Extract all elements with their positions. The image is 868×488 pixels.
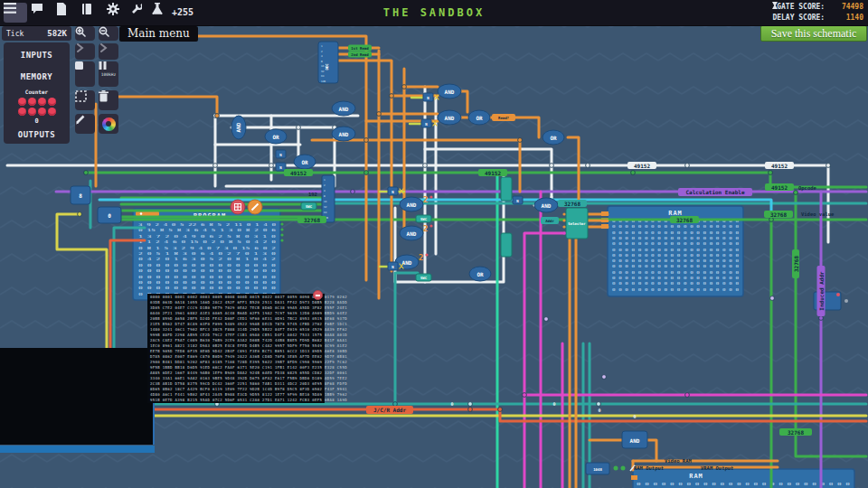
counter-dots[interactable] [17,97,57,117]
svg-text:OR: OR [476,115,483,121]
memory-heading: MEMORY [4,72,70,81]
delete-tool-button[interactable] [99,90,118,110]
register-0-box[interactable]: 0 [98,207,121,223]
main-menu-tooltip: Main menu [119,26,198,42]
color-picker-button[interactable] [99,114,118,134]
clock-frequency: 100kHz [101,72,116,77]
svg-text:64: 64 [324,211,327,214]
and-gate: AND [438,110,461,125]
save-schematic-button[interactable]: Save this schematic [760,25,867,42]
inputs-heading: INPUTS [4,51,70,60]
svg-text:128: 128 [321,80,326,83]
svg-text:AND: AND [235,122,241,132]
sandbox-app: PROGRAM 3 9 2 4 0 5 22 6 8 5 2 11 0 1 4 … [0,0,868,488]
svg-text:49152: 49152 [634,163,650,169]
svg-text:3 9 2 4 0 5 22 6 8 5 2 11 0 1: 3 9 2 4 0 5 22 6 8 5 2 11 0 1 4 0 [138,222,277,227]
select-tool-button[interactable] [75,90,95,110]
program-edit-button[interactable] [248,200,262,214]
video-value-label: Video value [801,211,835,217]
zoom-in-icon [75,26,86,37]
and-gate: AND [400,197,423,211]
memory-hex-dump: 0000 0001 0001 0002 0003 0005 0008 000D … [147,294,325,403]
hexdump-close-button[interactable] [313,290,323,300]
counter-8-box[interactable]: 8 [71,186,90,204]
display-screen [0,348,155,453]
zoom-out-button[interactable] [99,26,118,41]
svg-text:32768: 32768 [788,429,804,436]
svg-text:0 0 0 0 0 0 0 0 0 0 0 0 0 0 0: 0 0 0 0 0 0 0 0 0 0 0 0 0 0 0 0 0 0 0 0 [612,236,740,240]
counter-label: Counter [4,89,70,95]
svg-text:0 0 0 0 0 0 0 0 0 0 0 0 0 0 0: 0 0 0 0 0 0 0 0 0 0 0 0 0 0 0 0 0 0 0 0 … [637,482,851,486]
svg-text:Read?: Read? [498,116,510,120]
not-gate: N [513,196,523,204]
delay-score-label: DELAY SCORE: [772,14,825,22]
opcode-label: Opcode [798,185,817,192]
file-icon [56,3,67,15]
pause-button[interactable]: 100kHz [99,61,118,87]
tick-counter: Tick 582K [2,26,71,41]
color-wheel-icon [102,117,116,131]
and-gate: AND [438,84,461,99]
and-gate: AND [332,127,355,141]
outputs-heading: OUTPUTS [4,130,70,139]
and-gate: AND [534,198,558,212]
svg-text:0 0 0 0 0 0 0 0 0 0 0 0 0 0 0: 0 0 0 0 0 0 0 0 0 0 0 0 0 0 0 0 0 0 0 0 [612,224,740,229]
svg-text:1 3 7 2 0 4 9 0 6 2 5 8 0 3 1: 1 3 7 2 0 4 9 0 6 2 5 8 0 3 1 0 [138,234,277,239]
svg-text:AND: AND [445,115,455,121]
svg-text:1048: 1048 [593,467,602,472]
svg-text:0 0 0 0 0 0 0 0 0 0 0 0 0 0 0: 0 0 0 0 0 0 0 0 0 0 0 0 0 0 0 0 [138,280,277,285]
svg-text:OR: OR [476,271,484,277]
svg-text:2: 2 [419,253,423,262]
svg-text:16: 16 [321,64,325,68]
svg-text:0 0 0 0 0 0 0 0 0 0 0 0 0 0 0: 0 0 0 0 0 0 0 0 0 0 0 0 0 0 0 0 0 0 0 0 [612,230,740,235]
svg-text:0 0 0 0 0 0 0 0 0 0 0 0 0 0 0: 0 0 0 0 0 0 0 0 0 0 0 0 0 0 0 0 0 0 0 0 [612,287,740,292]
ram-pin [631,475,637,480]
draw-tool-button[interactable] [75,114,95,134]
fast-forward-button[interactable] [99,43,118,60]
selector-label: Selector [568,221,586,226]
svg-text:0 0 0 0 0 0 0 0 0 0 0 0 0 0 0: 0 0 0 0 0 0 0 0 0 0 0 0 0 0 0 0 0 0 0 0 [612,270,740,275]
program-save-button[interactable] [231,200,245,214]
svg-text:AND: AND [339,106,349,112]
svg-text:32768: 32768 [793,256,799,272]
svg-text:0 0 0 0 0 0 0 0 0 0 0 0 0 0 0: 0 0 0 0 0 0 0 0 0 0 0 0 0 0 0 0 0 0 0 0 [612,241,740,246]
and-gate: AND [332,101,355,116]
and-gate: AND [622,431,647,448]
program-panel[interactable]: PROGRAM 3 9 2 4 0 5 22 6 8 5 2 11 0 1 4 … [133,209,284,300]
svg-text:49152: 49152 [771,184,788,191]
byte-splitter[interactable]: 1248163264128 [322,175,335,222]
chat-icon [31,3,43,14]
dec-component[interactable]: DEC 1248163264128 [318,42,338,83]
svg-text:Calculation Enable: Calculation Enable [685,189,744,195]
step-button[interactable] [75,43,95,60]
svg-text:AND: AND [407,202,417,208]
io-panel[interactable]: INPUTS MEMORY Counter 0 OUTPUTS [4,42,70,144]
not-gate: N [276,163,286,171]
stop-button[interactable] [75,61,95,87]
svg-text:2: 2 [423,224,428,233]
switch: SWC [416,274,431,281]
svg-text:0: 0 [633,414,636,419]
svg-text:SWC: SWC [420,276,428,280]
svg-text:0 0 0 0 0 0 0 0 0 0 0 0 0 0 0: 0 0 0 0 0 0 0 0 0 0 0 0 0 0 0 0 0 0 0 0 [612,281,740,286]
selection-box-icon [75,90,87,102]
svg-text:AND: AND [339,131,349,137]
and-gate: AND [400,226,423,240]
program-grid: 3 9 2 4 0 5 22 6 8 5 2 11 0 1 4 00 15 8 … [138,222,277,296]
selector-component[interactable]: Selector [562,208,588,239]
pause-icon [99,61,107,70]
zoom-in-button[interactable] [75,26,95,41]
svg-text:0 0 0 0 0 0 0 0 0 0 0 0 0 0 0: 0 0 0 0 0 0 0 0 0 0 0 0 0 0 0 0 [138,268,277,273]
hamburger-icon [4,3,16,14]
teal-component [501,177,512,201]
svg-text:32768: 32768 [770,211,787,218]
svg-text:64: 64 [321,74,325,78]
zoom-out-icon [99,26,109,37]
svg-text:OR: OR [550,135,557,141]
ram-right-grid: 0 0 0 0 0 0 0 0 0 0 0 0 0 0 0 0 0 0 0 00… [612,219,740,292]
flask-icon [152,3,163,14]
svg-text:0 0 0 0 0 0 0 0 0 0 0 0 0 0 0: 0 0 0 0 0 0 0 0 0 0 0 0 0 0 0 0 0 0 0 0 [612,264,740,268]
tick-label: Tick [6,30,24,38]
counter-value: 0 [4,117,70,125]
svg-text:0 8 1 5 3 2 9 4 0 7 3 0 15 6 0: 0 8 1 5 3 2 9 4 0 7 3 0 15 6 0 2 [138,246,277,250]
